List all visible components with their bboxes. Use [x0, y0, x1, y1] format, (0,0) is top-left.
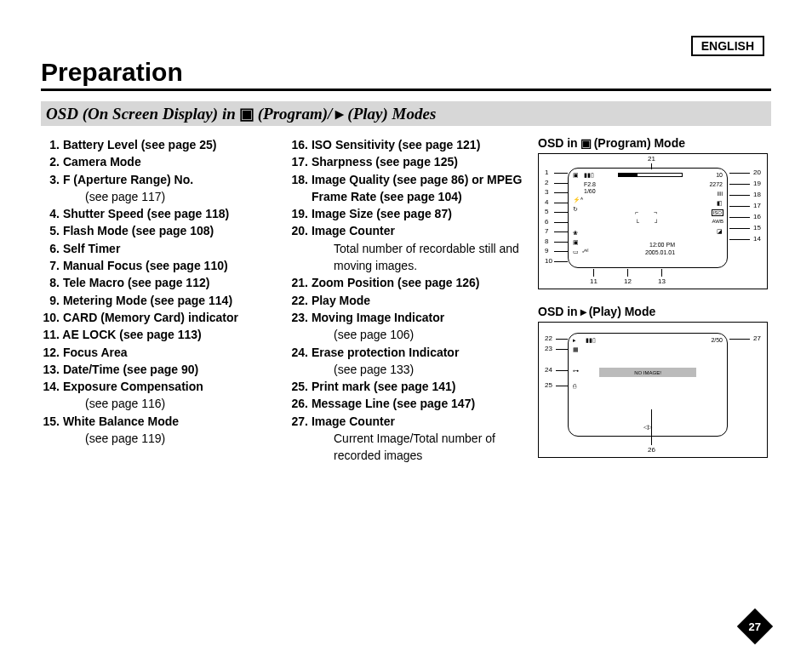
- play-diagram: ▸ ▮▮▯ ▦ ⊶ ⎙ 2/50 NO IMAGE! ◁▷ 2223242527…: [538, 322, 768, 458]
- list-item: 16. ISO Sensitivity (see page 121): [289, 136, 528, 153]
- program-title-prefix: OSD in: [538, 136, 578, 150]
- play-screen: ▸ ▮▮▯ ▦ ⊶ ⎙ 2/50 NO IMAGE! ◁▷: [568, 333, 728, 437]
- img-counter: 10: [716, 172, 723, 178]
- section-heading-program: (Program)/: [258, 105, 333, 123]
- ae-lock-icon: ▫ᴬᴱ: [582, 249, 589, 255]
- list-item: 20. Image CounterTotal number of recorda…: [289, 222, 528, 274]
- list-item: 3. F (Aperture Range) No.(see page 117): [41, 171, 279, 206]
- left-column-list: 1. Battery Level (see page 25)2. Camera …: [41, 136, 279, 447]
- program-title-suffix: (Program) Mode: [594, 136, 685, 150]
- program-screen: ▣ ▮▮▯ F2.8 1/60 ⚡ᴬ ↻ ❀ ▣ ▭ ▫ᴬᴱ ⌐¬ └┘ 10: [568, 168, 728, 268]
- callout-number: 13: [658, 278, 666, 285]
- callout-number: 2: [545, 180, 548, 186]
- section-heading: OSD (On Screen Display) in ▣ (Program)/ …: [41, 101, 771, 126]
- awb-label: AWB: [712, 219, 723, 224]
- list-item: 13. Date/Time (see page 90): [41, 361, 279, 378]
- shutter-value: 1/60: [584, 188, 596, 194]
- timer-icon: ↻: [573, 206, 578, 213]
- callout-number: 17: [753, 203, 761, 209]
- list-item: 1. Battery Level (see page 25): [41, 136, 279, 153]
- callout-number: 1: [545, 169, 548, 176]
- page-number-badge: 27: [737, 609, 773, 644]
- side-column: OSD in ▣ (Program) Mode ▣ ▮▮▯ F2.8 1/60 …: [538, 136, 771, 473]
- date-text: 2005.01.01: [645, 249, 675, 255]
- battery-icon: ▮▮▯: [584, 172, 594, 179]
- callout-number: 20: [753, 169, 761, 176]
- callout-number: 16: [753, 214, 761, 220]
- callout-number: 8: [545, 238, 548, 245]
- img-size: 2272: [709, 181, 723, 187]
- callout-number: 22: [545, 335, 552, 342]
- callout-number: 24: [545, 367, 552, 374]
- quality-bars: iiii: [718, 191, 723, 197]
- list-item: 21. Zoom Position (see page 126): [289, 274, 528, 291]
- camera-mode-icon: ▣: [573, 172, 579, 179]
- list-item: 23. Moving Image Indicator(see page 106): [289, 309, 528, 344]
- aperture-value: F2.8: [584, 181, 596, 187]
- zoom-bar: [618, 173, 683, 177]
- list-item: 17. Sharpness (see page 125): [289, 153, 528, 170]
- focus-area-icon-b: └┘: [635, 220, 674, 226]
- card-icon: ▭: [573, 249, 579, 255]
- message-line: NO IMAGE!: [599, 368, 696, 377]
- list-item: 9. Metering Mode (see page 114): [41, 292, 279, 309]
- meter-icon: ▣: [573, 239, 579, 246]
- battery-icon: ▮▮▯: [586, 337, 596, 344]
- language-badge: ENGLISH: [691, 36, 764, 56]
- list-item: 24. Erase protection Indicator(see page …: [289, 344, 528, 379]
- callout-number: 11: [590, 278, 598, 285]
- callout-number: 5: [545, 209, 548, 215]
- expcomp-icon: ◪: [717, 228, 723, 235]
- list-item: 4. Shutter Speed (see page 118): [41, 205, 279, 222]
- camera-icon: ▣: [239, 104, 254, 123]
- callout-number: 26: [648, 447, 655, 454]
- macro-icon: ❀: [573, 230, 578, 237]
- list-item: 5. Flash Mode (see page 108): [41, 222, 279, 239]
- list-item: 6. Self Timer: [41, 240, 279, 257]
- content-columns: 1. Battery Level (see page 25)2. Camera …: [41, 136, 771, 473]
- list-item: 15. White Balance Mode(see page 119): [41, 413, 279, 448]
- sharpness-icon: ◧: [717, 200, 723, 207]
- callout-number: 10: [545, 258, 552, 265]
- list-item: 7. Manual Focus (see page 110): [41, 257, 279, 274]
- page-title: Preparation: [41, 58, 771, 91]
- list-item: 25. Print mark (see page 141): [289, 378, 528, 395]
- callout-number: 15: [753, 225, 761, 231]
- callout-number: 18: [753, 191, 761, 198]
- list-item: 22. Play Mode: [289, 292, 528, 309]
- callout-number: 12: [624, 278, 632, 285]
- program-diagram-title: OSD in ▣ (Program) Mode: [538, 136, 771, 150]
- callout-number: 9: [545, 248, 548, 254]
- zoom-bar-fill: [619, 174, 638, 176]
- play-counter: 2/50: [711, 337, 723, 343]
- iso-label: ISO: [712, 209, 723, 216]
- program-diagram: ▣ ▮▮▯ F2.8 1/60 ⚡ᴬ ↻ ❀ ▣ ▭ ▫ᴬᴱ ⌐¬ └┘ 10: [538, 153, 768, 289]
- callout-number: 7: [545, 228, 548, 235]
- focus-area-icon: ⌐¬: [635, 209, 672, 215]
- list-item: 18. Image Quality (see page 86) or MPEG …: [289, 171, 528, 206]
- section-heading-prefix: OSD (On Screen Display) in: [46, 105, 236, 123]
- flash-icon: ⚡ᴬ: [573, 197, 583, 203]
- play-icon: ▸: [580, 305, 586, 318]
- list-item: 2. Camera Mode: [41, 153, 279, 170]
- time-text: 12:00 PM: [649, 242, 675, 248]
- list-item: 12. Focus Area: [41, 344, 279, 361]
- camera-icon: ▣: [580, 136, 592, 150]
- protect-icon: ⊶: [573, 368, 579, 374]
- callout-number: 4: [545, 199, 548, 206]
- play-title-prefix: OSD in: [538, 305, 578, 318]
- page-number: 27: [749, 620, 761, 633]
- list-item: 26. Message Line (see page 147): [289, 395, 528, 412]
- callout-number: 25: [545, 382, 552, 389]
- list-item: 27. Image CounterCurrent Image/Total num…: [289, 413, 528, 465]
- section-heading-play: (Play) Modes: [347, 105, 436, 123]
- print-icon: ⎙: [573, 383, 576, 389]
- list-item: 14. Exposure Compensation(see page 116): [41, 378, 279, 413]
- callout-number: 19: [753, 180, 761, 187]
- play-title-suffix: (Play) Mode: [589, 305, 656, 318]
- movie-icon: ▦: [573, 346, 579, 353]
- callout-number: 27: [753, 335, 761, 342]
- callout-number: 3: [545, 189, 548, 196]
- callout-number: 21: [648, 156, 655, 163]
- callout-number: 14: [753, 236, 761, 243]
